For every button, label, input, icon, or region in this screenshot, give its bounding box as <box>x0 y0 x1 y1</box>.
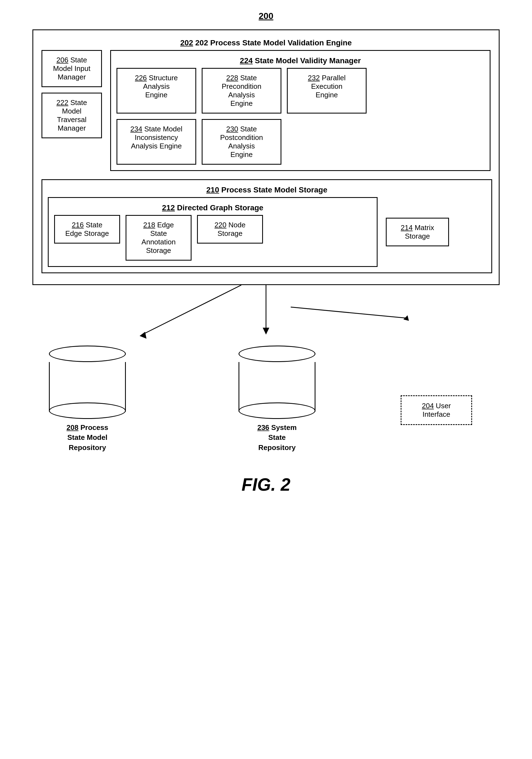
cylinder-236-label: 236 SystemStateRepository <box>257 422 296 453</box>
box-232: 232 ParallelExecutionEngine <box>287 68 366 113</box>
left-col: 206 StateModel InputManager 222 StateMod… <box>42 50 102 171</box>
cylinder-236-bottom <box>239 402 316 419</box>
box-218: 218 EdgeStateAnnotationStorage <box>126 215 192 260</box>
box-206: 206 StateModel InputManager <box>42 50 102 87</box>
box-224: 224 State Model Validity Manager 226 Str… <box>110 50 490 171</box>
box-224-inner: 226 StructureAnalysisEngine 228 StatePre… <box>117 68 484 165</box>
box-224-row-1: 226 StructureAnalysisEngine 228 StatePre… <box>117 68 484 113</box>
fig-label: FIG. 2 <box>242 474 290 495</box>
box-216: 216 StateEdge Storage <box>54 215 120 244</box>
box-234: 234 State ModelInconsistencyAnalysis Eng… <box>117 119 196 165</box>
box-204: 204 UserInterface <box>400 395 472 425</box>
box-212: 212 Directed Graph Storage 216 StateEdge… <box>48 197 378 267</box>
box-202-label: 202 202 Process State Model Validation E… <box>42 38 490 47</box>
cylinder-208-top <box>49 345 126 362</box>
cylinder-208-shape <box>49 345 126 412</box>
box-212-label: 212 Directed Graph Storage <box>54 203 371 212</box>
box-210-label: 210 Process State Model Storage <box>48 185 486 194</box>
box-212-inner: 216 StateEdge Storage 218 EdgeStateAnnot… <box>54 215 371 260</box>
box-210: 210 Process State Model Storage 212 Dire… <box>42 179 492 273</box>
cylinder-236-top <box>239 345 316 362</box>
diagram-area: 200 202 202 Process State Model Validati… <box>17 11 515 495</box>
cylinder-236: 236 SystemStateRepository <box>239 345 316 453</box>
box-226: 226 StructureAnalysisEngine <box>117 68 196 113</box>
box-220: 220 NodeStorage <box>197 215 263 244</box>
svg-line-2 <box>291 307 406 318</box>
cylinder-236-body <box>239 362 316 412</box>
svg-line-0 <box>142 285 241 335</box>
box-202: 202 202 Process State Model Validation E… <box>32 29 500 285</box>
cylinder-236-shape <box>239 345 316 412</box>
below-section: 208 ProcessState ModelRepository 236 Sys… <box>32 345 500 453</box>
cylinder-208-label: 208 ProcessState ModelRepository <box>66 422 108 453</box>
cylinder-208: 208 ProcessState ModelRepository <box>49 345 126 453</box>
cylinder-208-body <box>49 362 126 412</box>
page-number: 200 <box>259 11 273 21</box>
arrows-svg <box>32 285 500 345</box>
box-222: 222 StateModelTraversalManager <box>42 93 102 138</box>
box-214: 214 MatrixStorage <box>386 218 449 246</box>
box-224-label: 224 State Model Validity Manager <box>117 56 484 65</box>
box-210-inner: 212 Directed Graph Storage 216 StateEdge… <box>48 197 486 267</box>
box-202-top: 206 StateModel InputManager 222 StateMod… <box>42 50 490 171</box>
box-230: 230 StatePostconditionAnalysisEngine <box>202 119 282 165</box>
box-228: 228 StatePreconditionAnalysisEngine <box>202 68 282 113</box>
arrow-236 <box>263 328 269 335</box>
box-224-row-2: 234 State ModelInconsistencyAnalysis Eng… <box>117 119 484 165</box>
cylinder-208-bottom <box>49 402 126 419</box>
